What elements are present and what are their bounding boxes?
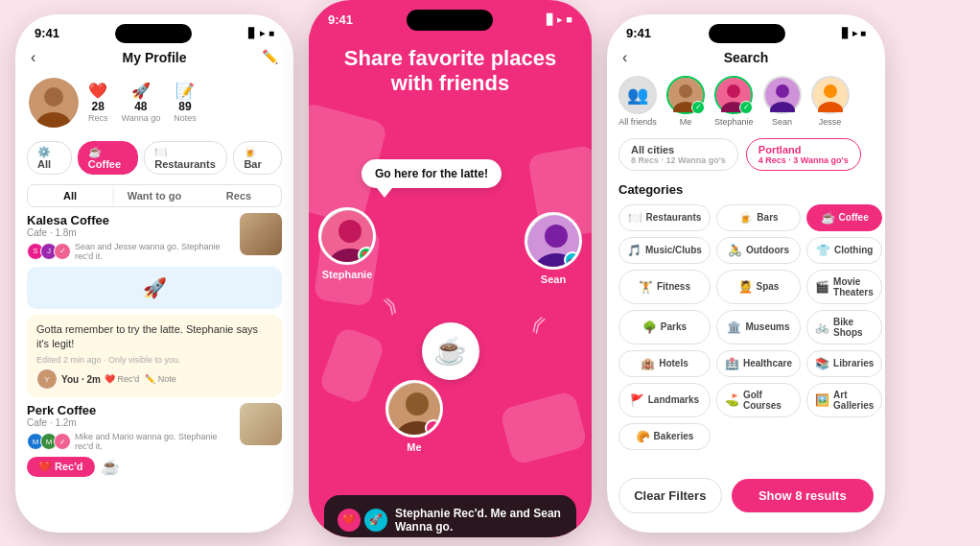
center-phone: 9:41 ▊ ▸ ■ Share favorite places with fr… <box>309 0 592 537</box>
cat-fitness[interactable]: 🏋️Fitness <box>618 270 711 304</box>
cat-parks[interactable]: 🌳Parks <box>618 310 711 344</box>
place-friends-kalesa: S J ✓ Sean and Jesse wanna go. Stephanie… <box>27 242 232 261</box>
cat-museums[interactable]: 🏛️Museums <box>716 310 801 344</box>
friend-filter-row: 👥 All friends ✓ Me ✓ Stephanie <box>607 70 885 132</box>
tab-recs[interactable]: Recs <box>197 185 281 206</box>
cat-spas[interactable]: 💆Spas <box>716 270 801 304</box>
cat-clothing[interactable]: 👕Clothing <box>806 237 882 264</box>
place-name-perk: Perk Coffee <box>27 403 232 417</box>
stat-wannago: 🚀 48 Wanna go <box>122 82 161 123</box>
deco-card-5 <box>318 325 386 405</box>
status-bar-center: 9:41 ▊ ▸ ■ <box>309 0 592 35</box>
status-time-right: 9:41 <box>626 26 651 40</box>
friend-filter-jesse[interactable]: Jesse <box>811 76 850 127</box>
recd-badge: ❤️ Rec'd <box>27 457 95 477</box>
note-meta: Edited 2 min ago · Only visible to you. <box>36 355 272 365</box>
svg-point-18 <box>727 84 740 98</box>
coffee-icon: ☕ <box>422 322 479 380</box>
wanna-go-card[interactable]: 🚀 <box>27 267 282 309</box>
cat-movies[interactable]: 🎬Movie Theaters <box>806 270 882 304</box>
person-node-sean: 🚀 Sean <box>525 212 582 285</box>
place-sub-kalesa: Cafe · 1.8m <box>27 227 232 238</box>
place-friends-perk: M M ✓ Mike and Mario wanna go. Stephanie… <box>27 432 232 451</box>
place-name-kalesa: Kalesa Coffee <box>27 213 232 227</box>
friend-filter-stephanie[interactable]: ✓ Stephanie <box>714 76 754 127</box>
svg-point-15 <box>679 84 692 98</box>
profile-section: ❤️ 28 Recs 🚀 48 Wanna go 📝 89 Notes <box>15 70 293 135</box>
bottom-info-card: ❤️ 🚀 Stephanie Rec'd. Me and Sean Wanna … <box>324 495 576 537</box>
note-card[interactable]: Gotta remember to try the latte. Stephan… <box>27 315 282 398</box>
person-node-me: ✓ Me <box>385 380 443 453</box>
categories-grid: 🍽️Restaurants 🍺Bars ☕Coffee 🎵Music/Clubs… <box>607 201 885 454</box>
wanna-go-icon: 🚀 <box>143 276 167 299</box>
stephanie-badge: ❤️ <box>358 247 375 264</box>
center-content: Share favorite places with friends Go he… <box>309 35 592 537</box>
speech-bubble-tail <box>377 188 392 198</box>
avatar-sean: 🚀 <box>525 212 582 270</box>
phones-container: 9:41 ▊ ▸ ■ ‹ My Profile ✏️ <box>0 0 980 546</box>
back-arrow-left[interactable]: ‹ <box>31 49 35 66</box>
heart-badge: ❤️ <box>338 509 361 532</box>
tab-all[interactable]: All <box>28 185 112 206</box>
arrow-left: ⟫ <box>381 292 402 317</box>
status-icons-left: ▊ ▸ ■ <box>248 28 274 38</box>
cat-healthcare[interactable]: 🏥Healthcare <box>716 350 801 377</box>
friend-filter-me[interactable]: ✓ Me <box>666 76 705 127</box>
cat-coffee[interactable]: ☕Coffee <box>806 204 882 231</box>
cat-libraries[interactable]: 📚Libraries <box>806 350 882 377</box>
clear-filters-button[interactable]: Clear Filters <box>618 478 722 513</box>
tab-wantto[interactable]: Want to go <box>112 185 197 206</box>
left-header: ‹ My Profile ✏️ <box>15 47 293 70</box>
place-card-kalesa[interactable]: Kalesa Coffee Cafe · 1.8m S J ✓ Sean and… <box>27 213 282 261</box>
city-all[interactable]: All cities 8 Recs · 12 Wanna go's <box>618 138 738 171</box>
friend-filter-sean[interactable]: Sean <box>763 76 802 127</box>
cat-hotels[interactable]: 🏨Hotels <box>618 350 711 377</box>
dynamic-island-left <box>115 24 192 43</box>
place-card-perk[interactable]: Perk Coffee Cafe · 1.2m M M ✓ Mike and M… <box>27 403 282 451</box>
place-sub-perk: Cafe · 1.2m <box>27 417 232 428</box>
recd-section: ❤️ Rec'd ☕ <box>27 457 282 477</box>
stephanie-label: Stephanie <box>322 269 373 280</box>
left-phone: 9:41 ▊ ▸ ■ ‹ My Profile ✏️ <box>15 14 293 533</box>
coffee-emoji: ☕ <box>101 458 120 476</box>
filter-restaurants[interactable]: 🍽️ Restaurants <box>144 141 227 175</box>
status-icons-right: ▊ ▸ ■ <box>842 28 866 38</box>
city-portland[interactable]: Portland 4 Recs · 3 Wanna go's <box>746 138 861 171</box>
stat-notes: 📝 89 Notes <box>174 82 197 123</box>
page-title-right: Search <box>724 50 769 65</box>
note-author: Y You · 2m ❤️ Rec'd ✏️ Note <box>36 368 272 390</box>
cat-outdoors[interactable]: 🚴Outdoors <box>716 237 801 264</box>
cat-bike[interactable]: 🚲Bike Shops <box>806 310 882 344</box>
place-thumb-kalesa <box>240 213 282 255</box>
svg-point-1 <box>44 87 63 107</box>
toggle-tabs: All Want to go Recs <box>27 184 282 207</box>
svg-point-21 <box>776 84 789 98</box>
cat-music[interactable]: 🎵Music/Clubs <box>618 237 711 264</box>
cat-restaurants[interactable]: 🍽️Restaurants <box>618 204 711 231</box>
place-thumb-perk <box>240 403 282 445</box>
edit-icon-left[interactable]: ✏️ <box>262 49 278 64</box>
place-info-perk: Perk Coffee Cafe · 1.2m M M ✓ Mike and M… <box>27 403 232 451</box>
avatar-left[interactable] <box>29 78 79 128</box>
status-time-center: 9:41 <box>328 12 353 27</box>
cat-bakeries[interactable]: 🥐Bakeries <box>618 423 711 450</box>
right-header: ‹ Search <box>607 47 885 70</box>
friend-filter-all[interactable]: 👥 All friends <box>618 76 657 127</box>
deco-card-4 <box>500 390 589 465</box>
filter-bar[interactable]: 🍺 Bar <box>233 141 282 175</box>
avatar-me: ✓ <box>385 380 443 438</box>
cat-bars[interactable]: 🍺Bars <box>716 204 801 231</box>
svg-point-7 <box>545 225 568 248</box>
filter-all[interactable]: ⚙️ All <box>27 141 72 175</box>
dynamic-island-right <box>709 24 785 43</box>
arrow-right: ⟪ <box>528 311 549 336</box>
svg-point-10 <box>406 392 429 415</box>
bottom-card-icons: ❤️ 🚀 <box>338 509 387 532</box>
rocket-badge: 🚀 <box>364 509 387 532</box>
cat-golf[interactable]: ⛳Golf Courses <box>716 383 801 417</box>
show-results-button[interactable]: Show 8 results <box>732 479 874 512</box>
cat-landmarks[interactable]: 🚩Landmarks <box>618 383 711 417</box>
cat-art[interactable]: 🖼️Art Galleries <box>806 383 882 417</box>
back-arrow-right[interactable]: ‹ <box>622 49 627 66</box>
filter-coffee[interactable]: ☕ Coffee <box>78 141 138 175</box>
